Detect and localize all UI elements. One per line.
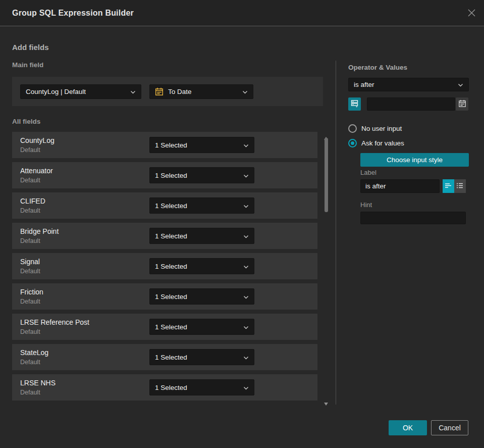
chevron-down-icon: [243, 202, 249, 210]
field-selected-value: 1 Selected: [155, 263, 243, 270]
value-source-button[interactable]: [348, 97, 361, 111]
list-style-button[interactable]: [454, 179, 466, 193]
field-subtitle: Default: [20, 177, 40, 184]
chevron-down-icon: [243, 141, 249, 149]
field-subtitle: Default: [20, 207, 40, 214]
field-selected-dropdown[interactable]: 1 Selected: [149, 319, 254, 335]
chevron-down-icon: [243, 323, 249, 331]
hint-field-label: Hint: [360, 201, 372, 209]
calendar-icon: [458, 99, 466, 109]
field-selected-dropdown[interactable]: 1 Selected: [149, 379, 254, 395]
field-name: Signal: [20, 258, 40, 266]
date-field-dropdown-value: To Date: [168, 88, 242, 95]
field-subtitle: Default: [20, 389, 40, 396]
field-name: Bridge Point: [20, 227, 59, 235]
field-subtitle: Default: [20, 298, 40, 305]
field-selected-dropdown[interactable]: 1 Selected: [149, 258, 254, 274]
chevron-down-icon: [130, 88, 136, 95]
field-selected-dropdown[interactable]: 1 Selected: [149, 349, 254, 365]
field-selected-value: 1 Selected: [155, 172, 243, 179]
label-input[interactable]: [360, 179, 440, 193]
chevron-down-icon: [243, 232, 249, 240]
field-name: Attenuator: [20, 167, 53, 175]
add-fields-heading: Add fields: [12, 43, 49, 52]
panel-divider: [336, 61, 336, 405]
field-selected-value: 1 Selected: [155, 141, 243, 149]
chevron-down-icon: [458, 81, 463, 88]
bullet-list-icon: [456, 182, 464, 190]
field-subtitle: Default: [20, 146, 40, 154]
field-selected-dropdown[interactable]: 1 Selected: [149, 288, 254, 305]
group-sql-expression-builder-dialog: Group SQL Expression Builder Add fields …: [0, 0, 484, 448]
stacked-rows-icon: [350, 99, 359, 109]
value-calendar-button[interactable]: [456, 97, 468, 111]
all-fields-list: CountyLog Default 1 Selected Attenuator …: [12, 132, 317, 405]
calendar-icon: [155, 87, 164, 96]
radio-unselected-icon: [348, 124, 357, 133]
chevron-down-icon: [243, 354, 249, 361]
close-icon: [467, 8, 476, 20]
field-selected-value: 1 Selected: [155, 323, 243, 331]
operator-dropdown-value: is after: [354, 81, 458, 88]
ok-button[interactable]: OK: [389, 420, 427, 435]
field-selected-value: 1 Selected: [155, 354, 243, 361]
chevron-down-icon: [243, 172, 249, 179]
choose-input-style-button[interactable]: Choose input style: [360, 153, 469, 167]
field-subtitle: Default: [20, 268, 40, 275]
field-row: LRSE Reference Post Default 1 Selected: [12, 314, 317, 340]
single-value-style-button[interactable]: [443, 179, 454, 193]
field-row: StateLog Default 1 Selected: [12, 344, 317, 370]
field-name: StateLog: [20, 349, 48, 357]
field-selected-dropdown[interactable]: 1 Selected: [149, 167, 254, 183]
field-subtitle: Default: [20, 359, 40, 366]
main-field-panel: CountyLog | Default To Date: [12, 77, 323, 106]
scrollbar-thumb[interactable]: [325, 138, 328, 212]
operator-dropdown[interactable]: is after: [348, 78, 469, 91]
radio-selected-icon: [348, 139, 357, 147]
radio-ask-for-values[interactable]: Ask for values: [348, 138, 404, 147]
hint-input[interactable]: [360, 212, 466, 224]
operator-values-heading: Operator & Values: [348, 64, 407, 71]
all-fields-heading: All fields: [12, 118, 40, 125]
field-name: LRSE Reference Post: [20, 318, 89, 326]
field-row: CountyLog Default 1 Selected: [12, 132, 317, 158]
value-input[interactable]: [367, 97, 455, 111]
dialog-header: Group SQL Expression Builder: [0, 0, 484, 26]
scroll-up-icon[interactable]: [324, 133, 328, 136]
field-name: CountyLog: [20, 136, 55, 144]
align-left-icon: [445, 182, 452, 190]
field-row: Bridge Point Default 1 Selected: [12, 223, 317, 249]
field-row: Attenuator Default 1 Selected: [12, 162, 317, 188]
scroll-down-icon[interactable]: [324, 399, 328, 402]
main-field-heading: Main field: [12, 61, 43, 69]
field-selected-dropdown[interactable]: 1 Selected: [149, 197, 254, 214]
field-name: LRSE NHS: [20, 379, 56, 387]
field-selected-value: 1 Selected: [155, 232, 243, 240]
chevron-down-icon: [243, 384, 249, 391]
radio-ask-for-values-label: Ask for values: [361, 139, 404, 147]
field-row: Friction Default 1 Selected: [12, 283, 317, 310]
date-field-dropdown[interactable]: To Date: [149, 84, 253, 99]
field-selected-dropdown[interactable]: 1 Selected: [149, 137, 254, 153]
field-selected-dropdown[interactable]: 1 Selected: [149, 228, 254, 244]
cancel-button[interactable]: Cancel: [431, 420, 468, 435]
main-field-dropdown[interactable]: CountyLog | Default: [20, 84, 141, 99]
radio-no-user-input[interactable]: No user input: [348, 124, 402, 133]
field-selected-value: 1 Selected: [155, 293, 243, 301]
field-row: CLIFED Default 1 Selected: [12, 192, 317, 219]
field-row: Signal Default 1 Selected: [12, 253, 317, 279]
chevron-down-icon: [243, 263, 249, 270]
field-name: Friction: [20, 288, 43, 296]
label-field-label: Label: [360, 169, 377, 176]
list-scrollbar[interactable]: [322, 132, 330, 403]
input-style-toggle: [443, 179, 466, 193]
chevron-down-icon: [243, 293, 249, 301]
field-name: CLIFED: [20, 197, 45, 205]
close-button[interactable]: [465, 7, 478, 20]
field-subtitle: Default: [20, 237, 40, 244]
field-selected-value: 1 Selected: [155, 384, 243, 391]
main-field-dropdown-value: CountyLog | Default: [26, 88, 130, 95]
field-subtitle: Default: [20, 328, 40, 335]
field-row: LRSE NHS Default 1 Selected: [12, 374, 317, 401]
radio-no-user-input-label: No user input: [361, 125, 402, 132]
